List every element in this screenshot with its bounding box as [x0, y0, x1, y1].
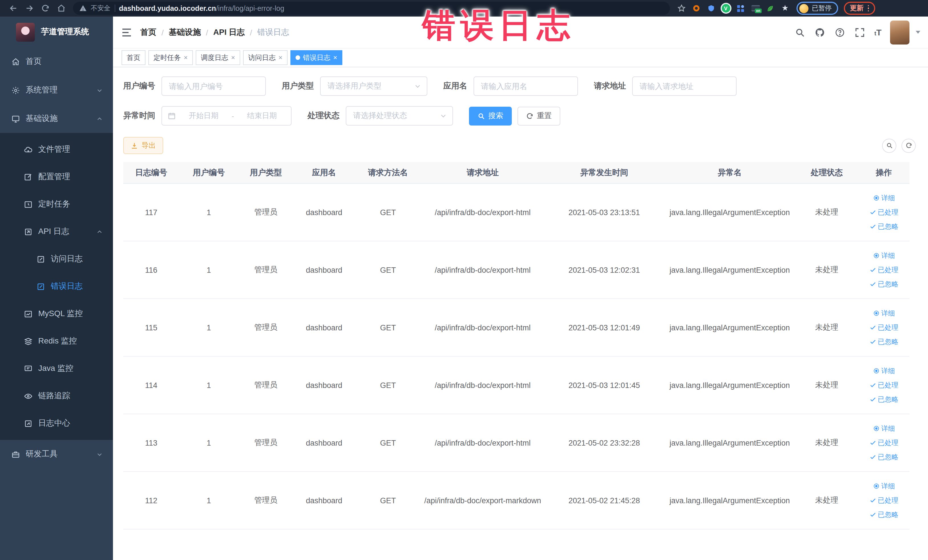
sidebar-item-redis-monitor[interactable]: Redis 监控 — [0, 328, 113, 355]
col-method: 请求方法名 — [355, 168, 421, 178]
hamburger-icon[interactable] — [121, 26, 132, 38]
sidebar-item-access-log[interactable]: 访问日志 — [0, 245, 113, 273]
ext-orange-ring-icon[interactable] — [689, 2, 703, 15]
mark-processed-link[interactable]: 已处理 — [869, 380, 898, 390]
tab-close-icon[interactable]: × — [231, 54, 235, 61]
user-id-input[interactable] — [162, 76, 266, 96]
mark-ignored-link[interactable]: 已忽略 — [869, 395, 898, 404]
ext-blue-grid-icon[interactable] — [734, 2, 748, 15]
detail-link[interactable]: 详细 — [873, 366, 895, 376]
cell-time: 2021-05-03 12:01:49 — [544, 323, 664, 332]
search-icon[interactable] — [795, 26, 806, 38]
mark-processed-link[interactable]: 已处理 — [869, 323, 898, 333]
request-url-input[interactable] — [632, 76, 737, 96]
tab-close-icon[interactable]: × — [333, 54, 337, 61]
help-icon[interactable] — [835, 26, 846, 38]
cell-time: 2021-05-02 21:45:28 — [544, 496, 664, 505]
export-button[interactable]: 导出 — [123, 137, 163, 154]
process-status-select[interactable]: 请选择处理状态 — [346, 106, 453, 125]
sidebar-item-config-manage[interactable]: 配置管理 — [0, 163, 113, 191]
browser-update-button[interactable]: 更新 — [844, 2, 875, 15]
sidebar-item-dev-tools[interactable]: 研发工具 — [0, 440, 113, 468]
browser-home-icon[interactable] — [53, 2, 69, 15]
user-type-select[interactable]: 请选择用户类型 — [320, 76, 427, 96]
url-bar[interactable]: 不安全 dashboard.yudao.iocoder.cn/infra/log… — [73, 2, 670, 15]
mark-ignored-link[interactable]: 已忽略 — [869, 337, 898, 346]
sidebar-item-infra[interactable]: 基础设施 — [0, 104, 113, 133]
tab-close-icon[interactable]: × — [184, 54, 188, 61]
breadcrumb-infra[interactable]: 基础设施 — [169, 27, 201, 37]
refresh-table-button[interactable] — [902, 138, 916, 153]
sidebar-item-error-log[interactable]: 错误日志 — [0, 273, 113, 300]
tag-schedule-log[interactable]: 调度日志× — [196, 50, 240, 65]
sidebar-item-file-manage[interactable]: 文件管理 — [0, 136, 113, 163]
view-icon — [873, 310, 879, 317]
bookmark-star-icon[interactable] — [675, 2, 688, 15]
cell-exception: java.lang.IllegalArgumentException — [664, 323, 795, 332]
mark-ignored-link[interactable]: 已忽略 — [869, 279, 898, 289]
mark-processed-link[interactable]: 已处理 — [869, 208, 898, 217]
sidebar-item-home[interactable]: 首页 — [0, 47, 113, 76]
mark-ignored-link[interactable]: 已忽略 — [869, 452, 898, 462]
not-secure-warning-icon — [79, 5, 87, 12]
tag-cron-job[interactable]: 定时任务× — [148, 50, 193, 65]
ext-on-badge-icon[interactable]: on — [749, 2, 762, 15]
sidebar-item-api-log[interactable]: API 日志 — [0, 218, 113, 245]
table-row: 115 1 管理员 dashboard GET /api/infra/db-do… — [123, 299, 910, 357]
col-status: 处理状态 — [795, 168, 858, 178]
avatar-caret-down-icon[interactable] — [916, 31, 920, 34]
sidebar-item-tracing[interactable]: 链路追踪 — [0, 382, 113, 410]
mark-ignored-link[interactable]: 已忽略 — [869, 510, 898, 519]
tag-error-log[interactable]: 错误日志× — [290, 50, 342, 65]
user-avatar[interactable] — [890, 20, 910, 44]
github-icon[interactable] — [815, 26, 826, 38]
cell-status: 未处理 — [795, 265, 858, 275]
browser-reload-icon[interactable] — [38, 2, 52, 15]
mark-processed-link[interactable]: 已处理 — [869, 496, 898, 505]
browser-menu-kebab-icon[interactable] — [867, 5, 869, 12]
app-name-input[interactable] — [473, 76, 578, 96]
mark-ignored-link[interactable]: 已忽略 — [869, 222, 898, 231]
toggle-search-button[interactable] — [882, 138, 896, 153]
tag-home[interactable]: 首页 — [122, 50, 145, 65]
cell-user-id: 1 — [179, 438, 238, 447]
search-button[interactable]: 搜索 — [469, 107, 512, 125]
cell-time: 2021-05-03 23:13:51 — [544, 208, 664, 217]
cell-status: 未处理 — [795, 495, 858, 505]
check-icon — [869, 453, 876, 461]
sidebar-item-mysql-monitor[interactable]: MySQL 监控 — [0, 300, 113, 328]
browser-forward-icon[interactable] — [22, 2, 37, 15]
browser-back-icon[interactable] — [6, 2, 21, 15]
detail-link[interactable]: 详细 — [873, 251, 895, 261]
chevron-up-icon — [96, 229, 103, 235]
sidebar-item-system[interactable]: 系统管理 — [0, 76, 113, 104]
detail-link[interactable]: 详细 — [873, 424, 895, 433]
tab-close-icon[interactable]: × — [278, 54, 282, 61]
app-logo-row[interactable]: 芋道管理系统 — [0, 17, 113, 47]
detail-link[interactable]: 详细 — [873, 481, 895, 491]
reset-button[interactable]: 重置 — [517, 107, 560, 125]
edit-square-icon — [24, 172, 32, 181]
cell-url: /api/infra/db-doc/export-html — [421, 208, 544, 217]
ext-green-v-icon[interactable]: V — [719, 2, 733, 15]
detail-link[interactable]: 详细 — [873, 193, 895, 203]
sidebar-item-log-center[interactable]: 日志中心 — [0, 410, 113, 437]
mark-processed-link[interactable]: 已处理 — [869, 265, 898, 275]
cell-status: 未处理 — [795, 322, 858, 333]
breadcrumb-home[interactable]: 首页 — [140, 27, 156, 37]
sidebar-item-cron-job[interactable]: 定时任务 — [0, 191, 113, 218]
cell-status: 未处理 — [795, 380, 858, 390]
browser-profile-chip[interactable]: 已暂停 — [797, 2, 838, 15]
extensions-puzzle-icon[interactable] — [778, 2, 792, 15]
calendar-icon — [168, 112, 176, 120]
breadcrumb-api-log[interactable]: API 日志 — [214, 27, 245, 37]
ext-green-leaf-icon[interactable] — [763, 2, 777, 15]
mark-processed-link[interactable]: 已处理 — [869, 438, 898, 448]
tag-access-log[interactable]: 访问日志× — [243, 50, 288, 65]
detail-link[interactable]: 详细 — [873, 308, 895, 318]
fullscreen-icon[interactable] — [855, 26, 866, 38]
sidebar-item-java-monitor[interactable]: Java 监控 — [0, 355, 113, 382]
font-size-icon[interactable]: tT — [875, 27, 882, 37]
ext-blue-shield-icon[interactable] — [704, 2, 718, 15]
date-range-picker[interactable]: 开始日期 - 结束日期 — [162, 106, 292, 125]
